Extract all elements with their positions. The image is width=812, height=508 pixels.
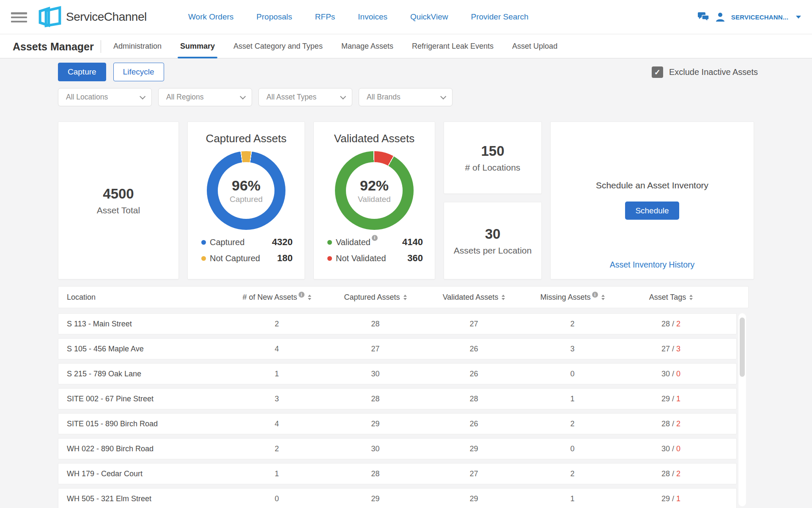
scrollbar-thumb[interactable] [740,318,745,377]
asset-tags-total: 27 / [661,345,676,353]
cell-new-assets: 1 [228,370,326,378]
cell-asset-tags: 30 / 0 [622,370,720,378]
table-body: S 113 - Main Street22827228 / 2S 105 - 4… [58,313,749,508]
cell-location: S 105 - 456 Maple Ave [58,345,228,353]
asset-tags-total: 30 / [661,444,676,453]
cell-missing-assets: 2 [523,420,622,428]
user-menu-caret-icon[interactable] [796,16,801,19]
table-scrollbar[interactable] [738,313,746,506]
donut-center: 92% Validated [346,162,403,219]
hamburger-menu-icon[interactable] [11,12,27,22]
info-icon[interactable]: i [372,235,378,241]
info-icon[interactable]: i [592,292,598,298]
asset-tags-missing: 1 [676,395,680,403]
legend-value: 4320 [272,237,293,248]
sort-icon[interactable] [601,295,605,300]
asset-inventory-history-link[interactable]: Asset Inventory History [610,260,694,270]
column-header-of-new-assets[interactable]: # of New Assetsi [228,293,326,302]
table-row[interactable]: SITE 002 - 67 Pine Street32828129 / 1 [58,388,737,409]
column-header-location: Location [58,293,228,302]
table-row[interactable]: WH 505 - 321 Elm Street02929129 / 1 [58,488,737,508]
cell-location: SITE 015 - 890 Birch Road [58,420,228,428]
nav-link-proposals[interactable]: Proposals [256,12,292,22]
tab-summary[interactable]: Summary [180,34,215,58]
filter-selected-value: All Asset Types [266,93,316,102]
lifecycle-button[interactable]: Lifecycle [113,63,164,81]
legend-value: 4140 [402,237,423,248]
sort-icon[interactable] [689,295,693,300]
column-header-captured-assets[interactable]: Captured Assets [326,293,425,302]
filter-selected-value: All Locations [66,93,108,102]
tab-refrigerant-leak-events[interactable]: Refrigerant Leak Events [412,34,494,58]
asset-total-value: 4500 [103,186,134,202]
nav-link-provider-search[interactable]: Provider Search [471,12,528,22]
nav-link-quickview[interactable]: QuickView [410,12,448,22]
table-row[interactable]: WH 022 - 890 Birch Road23029030 / 0 [58,438,737,459]
mode-toggle: Capture Lifecycle [58,63,164,81]
sort-icon[interactable] [308,295,311,300]
donut-center: 96% Captured [218,162,274,219]
asset-tags-total: 28 / [661,420,676,428]
nav-link-work-orders[interactable]: Work Orders [188,12,233,22]
chat-icon[interactable] [698,12,709,22]
tab-asset-category-and-types[interactable]: Asset Category and Types [233,34,323,58]
table-row[interactable]: WH 179 - Cedar Court12827228 / 2 [58,463,737,484]
nav-link-invoices[interactable]: Invoices [358,12,387,22]
cell-validated-assets: 27 [425,320,523,329]
schedule-button[interactable]: Schedule [625,202,679,220]
column-label: Asset Tags [649,293,686,302]
cell-captured-assets: 30 [326,370,425,378]
column-header-validated-assets[interactable]: Validated Assets [425,293,523,302]
cell-captured-assets: 28 [326,469,425,478]
table-row[interactable]: SITE 015 - 890 Birch Road42926228 / 2 [58,413,737,434]
column-header-missing-assets[interactable]: Missing Assetsi [523,293,622,302]
nav-link-rfps[interactable]: RFPs [315,12,335,22]
cell-asset-tags: 30 / 0 [622,444,720,453]
filter-dropdown-all-brands[interactable]: All Brands [359,88,453,106]
schedule-inventory-title: Schedule an Asset Inventory [596,180,708,190]
cell-captured-assets: 30 [326,444,425,453]
main-nav: Work OrdersProposalsRFPsInvoicesQuickVie… [188,0,529,34]
cell-captured-assets: 27 [326,345,425,353]
tab-manage-assets[interactable]: Manage Assets [341,34,393,58]
capture-button[interactable]: Capture [58,63,106,81]
filter-dropdown-all-locations[interactable]: All Locations [58,88,152,106]
filter-dropdown-all-asset-types[interactable]: All Asset Types [258,88,352,106]
legend-value: 360 [407,253,423,264]
cell-new-assets: 0 [228,494,326,503]
cell-new-assets: 3 [228,395,326,403]
tab-asset-upload[interactable]: Asset Upload [512,34,557,58]
filter-dropdown-all-regions[interactable]: All Regions [158,88,252,106]
validated-assets-card: Validated Assets 92% Validated Validated… [313,121,435,279]
tab-administration[interactable]: Administration [113,34,162,58]
servicechannel-logo[interactable]: ServiceChannel [38,6,147,28]
checkbox-checked-icon[interactable]: ✓ [652,66,663,78]
sort-icon[interactable] [403,295,407,300]
servicechannel-logo-icon [38,6,62,28]
table-row[interactable]: S 113 - Main Street22827228 / 2 [58,313,737,334]
cell-captured-assets: 29 [326,420,425,428]
cell-missing-assets: 2 [523,320,622,329]
column-header-asset-tags[interactable]: Asset Tags [622,293,720,302]
exclude-inactive-assets-toggle[interactable]: ✓ Exclude Inactive Assets [652,66,758,78]
legend-item: Captured4320 [201,237,293,248]
sub-nav: Assets Manager AdministrationSummaryAsse… [0,34,812,58]
asset-tags-total: 29 / [661,395,676,403]
user-icon[interactable] [716,12,724,22]
sort-icon[interactable] [502,295,505,300]
cell-new-assets: 4 [228,420,326,428]
filter-selected-value: All Regions [166,93,204,102]
cell-new-assets: 4 [228,345,326,353]
filter-bar: All LocationsAll RegionsAll Asset TypesA… [58,88,453,106]
user-area: SERVICECHANN... [698,0,801,34]
locations-count-card: 150 # of Locations [444,121,542,194]
column-label: Location [67,293,96,302]
info-icon[interactable]: i [299,292,304,298]
table-row[interactable]: S 215 - 789 Oak Lane13026030 / 0 [58,363,737,384]
user-menu[interactable]: SERVICECHANN... [731,14,788,21]
assets-per-location-label: Assets per Location [454,246,532,256]
asset-total-card: 4500 Asset Total [58,121,179,279]
asset-tags-missing: 0 [676,370,680,378]
table-row[interactable]: S 105 - 456 Maple Ave42726327 / 3 [58,338,737,359]
summary-cards: 4500 Asset Total Captured Assets 96% Cap… [58,121,754,279]
